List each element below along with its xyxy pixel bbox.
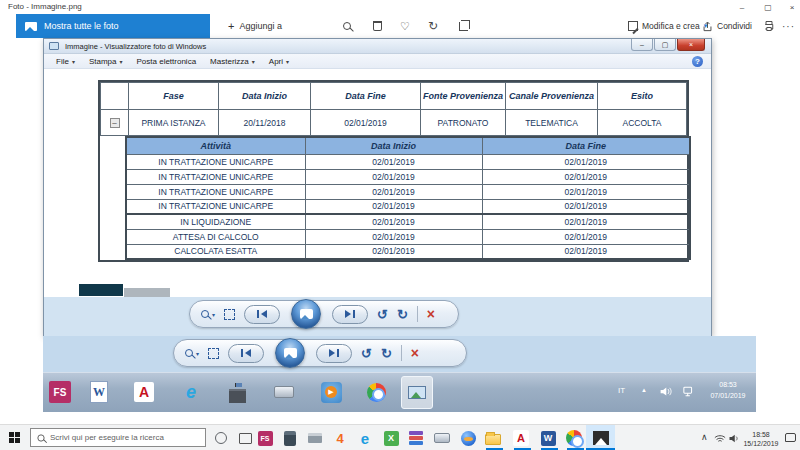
photo-taskbar-fragment [79, 284, 123, 296]
taskbar-item-media-player[interactable]: ▶ [319, 380, 343, 404]
cell-attivita: CALCOLATA ESATTA [126, 244, 305, 259]
hidden-icons-button[interactable]: ▲ [641, 387, 647, 393]
chevron-down-icon: ▾ [286, 58, 289, 65]
win7-clock[interactable]: 08:53 07/01/2019 [704, 379, 752, 401]
hidden-icons-button[interactable]: ∧ [701, 432, 708, 442]
taskbar-item-edge[interactable]: e [356, 430, 374, 446]
menu-stampa[interactable]: Stampa▾ [89, 57, 123, 66]
taskbar-item-word[interactable]: W [539, 430, 557, 446]
speaker-icon [728, 433, 740, 444]
taskbar-item-chrome[interactable] [565, 430, 583, 446]
language-indicator[interactable]: IT [618, 386, 625, 395]
delete-button[interactable]: × [411, 346, 419, 360]
delete-button[interactable]: × [427, 307, 435, 321]
edit-create-button[interactable]: Modifica e crea ▾ [628, 14, 707, 38]
taskbar-item-file-explorer[interactable] [484, 430, 502, 446]
share-label: Condividi [717, 21, 752, 31]
menu-file[interactable]: File▾ [56, 57, 75, 66]
network-button[interactable] [714, 434, 726, 443]
chrome-icon [367, 383, 386, 402]
taskbar-item-word[interactable]: W [87, 380, 111, 404]
four-app-icon: 4 [336, 431, 343, 446]
cell-fine: 02/01/2019 [482, 154, 690, 169]
close-button[interactable]: × [781, 0, 800, 14]
taskbar-item-4app[interactable]: 4 [331, 430, 349, 446]
win10-clock[interactable]: 18:58 15/12/2019 [740, 430, 782, 448]
taskbar-item-globe-app[interactable] [459, 430, 477, 446]
taskbar-item-fs[interactable]: FS [256, 430, 274, 446]
show-all-photos-button[interactable]: Mostra tutte le foto [16, 14, 210, 38]
zoom-menu-button[interactable]: ▾ [201, 310, 215, 318]
fit-to-window-button[interactable] [224, 309, 235, 320]
taskbar-item-photo-viewer-active[interactable] [401, 376, 433, 409]
slideshow-button[interactable] [291, 299, 321, 329]
rotate-button[interactable]: ↻ [420, 14, 446, 38]
add-to-label: Aggiungi a [239, 21, 282, 31]
next-button[interactable] [316, 344, 352, 363]
cortana-icon [215, 432, 227, 444]
favorite-button[interactable]: ♡ [392, 14, 418, 38]
fit-to-window-button[interactable] [208, 348, 219, 359]
speaker-icon [659, 385, 672, 398]
cell-canale: TELEMATICA [506, 110, 598, 136]
taskbar-item-winrar[interactable] [407, 430, 425, 446]
start-button[interactable] [9, 432, 21, 444]
next-button[interactable] [332, 305, 368, 324]
menu-masterizza[interactable]: Masterizza▾ [210, 57, 255, 66]
previous-icon [257, 310, 259, 318]
column-header-sub-data-fine: Data Fine [482, 137, 690, 154]
volume-button[interactable] [728, 433, 740, 444]
action-center-button[interactable] [785, 433, 796, 442]
taskbar-item-green-x-app[interactable]: X [382, 430, 400, 446]
taskbar-item-photos-active[interactable] [586, 425, 615, 450]
column-header-fase: Fase [129, 83, 219, 110]
chevron-down-icon: ▾ [212, 311, 215, 318]
volume-button[interactable] [659, 385, 672, 424]
viewer-minimize-button[interactable]: – [631, 39, 653, 51]
taskbar-item-printer[interactable] [306, 430, 324, 446]
add-to-button[interactable]: + Aggiungi a [228, 14, 282, 38]
taskbar-item-chrome[interactable] [364, 380, 388, 404]
rotate-ccw-button[interactable]: ↺ [377, 308, 388, 321]
table-row: IN TRATTAZIONE UNICARPE 02/01/2019 02/01… [126, 154, 690, 169]
delete-button[interactable] [364, 14, 390, 38]
taskbar-item-calculator[interactable] [281, 430, 299, 446]
task-view-button[interactable] [236, 430, 254, 446]
rotate-cw-button[interactable]: ↻ [381, 347, 392, 360]
zoom-button[interactable] [334, 14, 360, 38]
rotate-cw-button[interactable]: ↻ [397, 308, 408, 321]
taskbar-item-scanner[interactable] [433, 430, 451, 446]
column-header-fonte: Fonte Provenienza [421, 83, 506, 110]
print-button[interactable] [756, 14, 782, 38]
menu-apri[interactable]: Apri▾ [269, 57, 289, 66]
viewer-close-button[interactable]: × [677, 39, 705, 51]
taskbar-item-scanner[interactable] [272, 380, 296, 404]
search-input[interactable] [50, 433, 190, 442]
collapse-button[interactable]: – [110, 118, 120, 128]
previous-button[interactable] [228, 344, 264, 363]
viewer-maximize-button[interactable]: ▢ [654, 39, 676, 51]
edge-icon: e [361, 430, 369, 447]
cell-attivita: IN TRATTAZIONE UNICARPE [126, 184, 305, 199]
taskbar-item-institutional-app[interactable] [225, 380, 249, 404]
rotate-ccw-button[interactable]: ↺ [361, 347, 372, 360]
taskbar-item-fs[interactable]: FS [48, 380, 72, 404]
crop-button[interactable] [450, 14, 476, 38]
taskbar-item-acrobat[interactable]: A [512, 430, 530, 446]
taskbar-item-acrobat[interactable]: A [132, 380, 156, 404]
share-button[interactable]: Condividi [702, 14, 752, 38]
cortana-button[interactable] [212, 430, 230, 446]
zoom-menu-button[interactable]: ▾ [185, 349, 199, 357]
slideshow-button[interactable] [275, 338, 305, 368]
photo-viewer-window: Immagine - Visualizzatore foto di Window… [43, 38, 712, 336]
previous-button[interactable] [244, 305, 280, 324]
trash-icon [373, 21, 382, 31]
menu-posta-elettronica[interactable]: Posta elettronica [137, 57, 197, 66]
help-button[interactable]: ? [692, 56, 703, 67]
taskbar-item-internet-explorer[interactable]: e [179, 380, 203, 404]
minimize-button[interactable]: – [731, 0, 753, 14]
viewer-title: Immagine - Visualizzatore foto di Window… [65, 42, 206, 51]
taskbar-search[interactable] [30, 428, 206, 447]
more-button[interactable]: ··· [782, 14, 795, 38]
maximize-button[interactable]: ▢ [757, 0, 779, 14]
